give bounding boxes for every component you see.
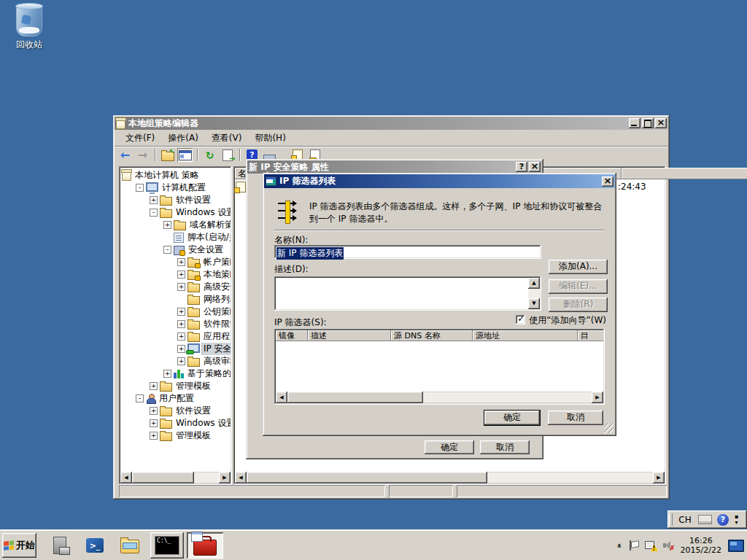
expand-icon[interactable]: + — [150, 432, 158, 440]
tree-item[interactable]: +软件设置 — [120, 194, 231, 206]
expand-icon[interactable]: + — [177, 283, 185, 291]
export-list-button[interactable] — [220, 148, 235, 162]
scrollbar-thumb[interactable] — [132, 472, 194, 483]
recycle-bin-desktop-icon[interactable]: 回收站 — [9, 4, 50, 51]
collapse-icon[interactable]: - — [136, 184, 144, 192]
show-hidden-icons-chevron[interactable]: » — [615, 542, 624, 548]
delete-button[interactable]: 删除(R) — [549, 298, 608, 312]
scroll-right-icon[interactable] — [219, 472, 231, 483]
tree-item[interactable]: +管理模板 — [120, 380, 231, 392]
tree-item[interactable]: -安全设置 — [120, 244, 231, 256]
expand-icon[interactable]: + — [177, 258, 185, 266]
tree-item[interactable]: 本地计算机 策略 — [120, 169, 231, 182]
tree-item[interactable]: 网络列表管 — [120, 293, 231, 306]
tree-item[interactable]: +域名解析策略 — [120, 219, 231, 231]
scroll-down-icon[interactable] — [528, 298, 540, 309]
action-center-flag-icon[interactable] — [629, 540, 638, 551]
expand-icon[interactable]: + — [150, 196, 158, 204]
tree-item[interactable]: +本地策略 — [120, 268, 231, 281]
tree-item[interactable]: +Windows 设置 — [120, 417, 231, 429]
collapse-icon[interactable]: - — [150, 209, 158, 217]
langbar-options-button[interactable]: ▪▾ — [732, 512, 741, 527]
expand-icon[interactable]: + — [163, 221, 171, 229]
filter-dialog-titlebar[interactable]: IP 筛选器列表 — [264, 174, 615, 188]
taskbar-clock[interactable]: 16:26 2015/2/22 — [681, 536, 721, 555]
menu-view[interactable]: 查看(V) — [205, 131, 249, 146]
back-button[interactable]: ← — [117, 148, 133, 162]
expand-icon[interactable]: + — [177, 332, 185, 341]
tree-item[interactable]: +软件设置 — [120, 405, 231, 417]
language-help-button[interactable]: ? — [714, 512, 732, 527]
dialog-help-button[interactable] — [516, 162, 527, 172]
scroll-left-icon[interactable] — [120, 472, 132, 483]
expand-icon[interactable]: + — [177, 271, 185, 279]
display-tray-icon[interactable] — [728, 540, 744, 552]
volume-muted-icon[interactable]: ✗ — [663, 540, 674, 551]
tree-item[interactable]: +管理模板 — [120, 429, 231, 442]
tree-item[interactable]: +公钥策略 — [120, 306, 231, 318]
scrollbar-thumb[interactable] — [247, 472, 487, 483]
up-one-level-button[interactable] — [160, 148, 175, 162]
close-button[interactable] — [655, 118, 667, 128]
scroll-right-icon[interactable] — [592, 392, 603, 403]
tree-item[interactable]: +IP 安全策 — [120, 343, 231, 355]
maximize-button[interactable] — [642, 118, 654, 128]
menu-file[interactable]: 文件(F) — [119, 131, 161, 146]
tree-item[interactable]: 脚本(启动/关 — [120, 231, 231, 244]
dialog-close-button[interactable] — [529, 162, 541, 172]
list-hscrollbar[interactable] — [235, 472, 665, 483]
tree-item[interactable]: -计算机配置 — [120, 182, 231, 194]
expand-icon[interactable]: + — [150, 407, 158, 415]
dialog-close-button[interactable] — [602, 176, 614, 187]
edit-button[interactable]: 编辑(E)... — [549, 279, 608, 294]
scrollbar-thumb[interactable] — [287, 392, 423, 403]
expand-icon[interactable]: + — [150, 382, 158, 390]
tree-item[interactable]: +应用程序控 — [120, 330, 231, 343]
powershell-launcher[interactable]: >_ — [83, 534, 107, 556]
show-console-tree-button[interactable] — [177, 148, 193, 162]
gpedit-titlebar[interactable]: 本地组策略编辑器 — [115, 117, 668, 130]
tree-item[interactable]: +高级安全 — [120, 281, 231, 293]
description-vscrollbar[interactable] — [528, 278, 540, 309]
column-dest[interactable]: 目 — [578, 330, 603, 341]
tree-hscrollbar[interactable] — [120, 472, 231, 483]
use-wizard-row[interactable]: 使用“添加向导”(W) — [516, 314, 606, 327]
expand-icon[interactable]: + — [150, 419, 158, 427]
collapse-icon[interactable]: - — [136, 394, 144, 402]
filters-hscrollbar[interactable] — [276, 392, 603, 403]
column-description[interactable]: 描述 — [308, 330, 391, 341]
column-source-addr[interactable]: 源地址 — [473, 330, 578, 341]
server-manager-launcher[interactable] — [48, 534, 71, 556]
policy-item-icon[interactable] — [236, 182, 246, 195]
expand-icon[interactable]: + — [163, 370, 171, 378]
minimize-button[interactable] — [629, 118, 640, 128]
scroll-left-icon[interactable] — [235, 472, 247, 483]
tree-item[interactable]: +帐户策略 — [120, 256, 231, 268]
expand-icon[interactable]: + — [177, 357, 185, 365]
scroll-up-icon[interactable] — [528, 278, 540, 289]
mmc-console-taskbar-button[interactable] — [187, 532, 223, 559]
expand-icon[interactable]: + — [177, 320, 185, 328]
collapse-icon[interactable]: - — [163, 246, 171, 254]
tree-item[interactable]: +基于策略的 Q — [120, 368, 231, 380]
cancel-button[interactable]: 取消 — [548, 411, 603, 425]
cancel-button[interactable]: 取消 — [480, 440, 530, 454]
langbar-grip[interactable] — [669, 513, 673, 526]
ok-button[interactable]: 确定 — [484, 411, 540, 425]
command-prompt-taskbar-button[interactable]: C:\_ — [150, 532, 184, 559]
expand-icon[interactable]: + — [177, 308, 185, 316]
menu-help[interactable]: 帮助(H) — [248, 131, 292, 146]
language-indicator[interactable]: CH — [675, 512, 695, 527]
description-textarea[interactable] — [274, 276, 541, 311]
start-button[interactable]: 开始 — [2, 533, 36, 558]
column-mirrored[interactable]: 镜像 — [276, 330, 308, 341]
expand-icon[interactable]: + — [177, 345, 185, 353]
tree-item[interactable]: +高级审核策 — [120, 355, 231, 368]
tree-item[interactable]: -用户配置 — [120, 392, 231, 405]
network-warning-icon[interactable] — [645, 540, 657, 551]
resize-grip[interactable] — [604, 424, 614, 433]
tree-item[interactable]: +软件限制策 — [120, 318, 231, 330]
menu-action[interactable]: 操作(A) — [161, 131, 205, 146]
explorer-launcher[interactable] — [118, 534, 142, 556]
scroll-right-icon[interactable] — [653, 472, 665, 483]
